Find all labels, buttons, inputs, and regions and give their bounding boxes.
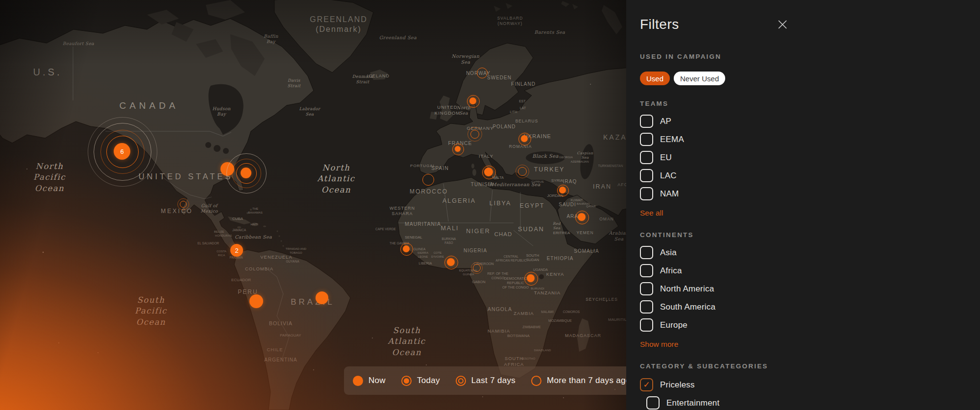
checkbox-label: Africa: [660, 266, 682, 276]
legend-now-icon: [353, 376, 363, 386]
checkbox-label: Europe: [660, 320, 687, 330]
section-header: CONTINENTS: [640, 231, 980, 239]
legend-item-last-7-days: Last 7 days: [456, 376, 515, 386]
checkbox-row-north-america[interactable]: North America: [640, 282, 980, 295]
checkbox-asia[interactable]: [640, 246, 653, 259]
legend-last7-icon: [456, 376, 466, 386]
checkbox-row-eu[interactable]: EU: [640, 151, 980, 164]
checkbox-label: LAC: [660, 171, 677, 181]
section-header: USED IN CAMPAIGN: [640, 53, 980, 61]
section-continents: CONTINENTS AsiaAfricaNorth AmericaSouth …: [640, 231, 980, 349]
section-teams: TEAMS APEEMAEULACNAM See all: [640, 100, 980, 217]
checkbox-label: NAM: [660, 189, 679, 199]
checkbox-europe[interactable]: [640, 318, 653, 332]
legend-item-more-than-7-days-ago: More than 7 days ago: [531, 376, 626, 386]
pill-used[interactable]: Used: [640, 72, 670, 85]
checkbox-south-america[interactable]: [640, 300, 653, 314]
checkbox-row-eema[interactable]: EEMA: [640, 133, 980, 146]
checkbox-label: EU: [660, 153, 672, 163]
checkbox-label: Asia: [660, 248, 677, 258]
teams-checkbox-list: APEEMAEULACNAM: [640, 115, 980, 200]
legend-label: Now: [368, 376, 386, 386]
used-filter-pills: UsedNever Used: [640, 72, 980, 85]
checkbox-label: AP: [660, 117, 671, 126]
section-header: CATEGORY & SUBCATEGORIES: [640, 362, 980, 370]
checkbox-priceless[interactable]: ✓: [640, 378, 653, 391]
section-header: TEAMS: [640, 100, 980, 108]
legend-today-icon: [401, 376, 412, 386]
legend-more7-icon: [531, 376, 541, 386]
checkbox-row-lac[interactable]: LAC: [640, 169, 980, 182]
checkbox-row-asia[interactable]: Asia: [640, 246, 980, 259]
checkbox-label: North America: [660, 284, 714, 294]
panel-title: Filters: [640, 17, 980, 32]
checkbox-eu[interactable]: [640, 151, 653, 164]
marker-count: 2: [235, 247, 238, 254]
legend-label: More than 7 days ago: [547, 376, 626, 386]
checkbox-row-africa[interactable]: Africa: [640, 264, 980, 277]
map-legend: NowTodayLast 7 daysMore than 7 days ago: [344, 366, 626, 395]
legend-item-today: Today: [401, 376, 440, 386]
map-markers-layer: 62: [0, 0, 626, 410]
close-icon[interactable]: [777, 19, 788, 30]
marker-count: 6: [120, 148, 123, 155]
checkbox-africa[interactable]: [640, 264, 653, 277]
legend-label: Last 7 days: [471, 376, 515, 386]
filters-panel: Filters USED IN CAMPAIGN UsedNever Used …: [626, 0, 980, 410]
legend-label: Today: [417, 376, 440, 386]
checkbox-row-priceless[interactable]: ✓Priceless: [640, 378, 980, 391]
checkbox-label: EEMA: [660, 135, 684, 145]
checkbox-row-south-america[interactable]: South America: [640, 300, 980, 314]
checkbox-ap[interactable]: [640, 115, 653, 128]
world-map[interactable]: U.S.CANADAUNITED STATESGREENLAND(Denmark…: [0, 0, 626, 410]
section-used-in-campaign: USED IN CAMPAIGN UsedNever Used: [640, 53, 980, 85]
pill-never-used[interactable]: Never Used: [674, 72, 725, 85]
checkbox-row-ap[interactable]: AP: [640, 115, 980, 128]
checkbox-label: Entertainment: [666, 398, 719, 408]
checkbox-nam[interactable]: [640, 187, 653, 200]
checkbox-lac[interactable]: [640, 169, 653, 182]
checkbox-eema[interactable]: [640, 133, 653, 146]
legend-item-now: Now: [353, 376, 386, 386]
checkbox-entertainment[interactable]: [646, 396, 660, 410]
see-all-link[interactable]: See all: [640, 208, 663, 217]
checkbox-label: South America: [660, 302, 715, 312]
checkbox-label: Priceless: [660, 380, 695, 390]
section-category-subcategories: CATEGORY & SUBCATEGORIES ✓PricelessEnter…: [640, 362, 980, 410]
checkbox-row-europe[interactable]: Europe: [640, 318, 980, 332]
checkbox-row-nam[interactable]: NAM: [640, 187, 980, 200]
category-checkbox-list: ✓PricelessEntertainment: [640, 378, 980, 410]
checkbox-row-entertainment[interactable]: Entertainment: [640, 396, 980, 410]
checkbox-north-america[interactable]: [640, 282, 653, 295]
continents-checkbox-list: AsiaAfricaNorth AmericaSouth AmericaEuro…: [640, 246, 980, 332]
show-more-link[interactable]: Show more: [640, 339, 678, 349]
